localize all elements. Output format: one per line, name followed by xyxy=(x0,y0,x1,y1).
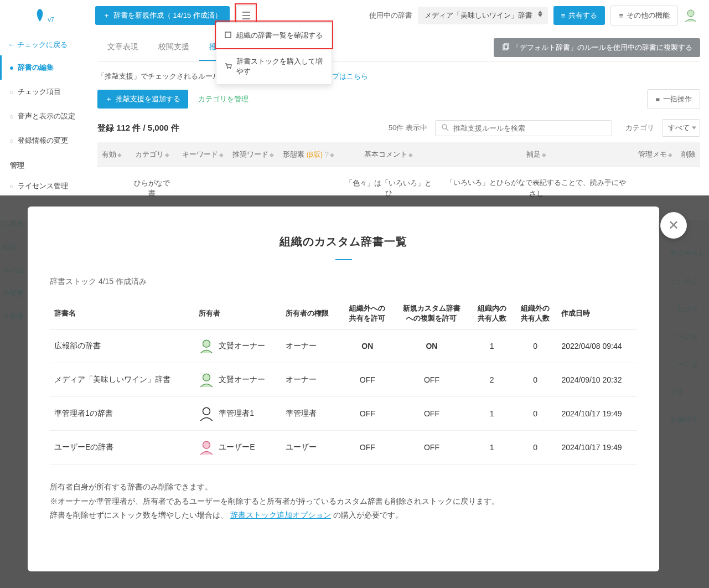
copy-default-rules-label: 「デフォルト辞書」のルールを使用中の辞書に複製する xyxy=(513,43,692,53)
copy-icon xyxy=(501,43,509,53)
svg-point-2 xyxy=(230,68,231,69)
create-dict-button[interactable]: ＋ 辞書を新規作成（ 14/15 作成済） xyxy=(95,6,230,25)
modal-backdrop: に戻る項目 示の設の変更ス管理 すべ手にやさしと」のよ 」とひら「〜にも「〜にも… xyxy=(0,195,709,220)
page-info: 50件 表示中 xyxy=(389,123,427,133)
col-comment[interactable]: 基本コメント◆ xyxy=(339,142,439,167)
svg-rect-4 xyxy=(504,44,509,49)
sort-icon: ◆ xyxy=(270,152,274,158)
sidebar-section-manage: 管理 xyxy=(0,153,89,174)
svg-point-5 xyxy=(442,125,447,129)
sort-icon: ◆ xyxy=(117,152,122,158)
sort-icon: ◆ xyxy=(668,152,672,158)
user-avatar-icon[interactable] xyxy=(684,8,698,23)
close-icon: ✕ xyxy=(668,218,679,220)
back-to-check-link[interactable]: ← チェックに戻る xyxy=(0,34,89,55)
sidebar-item-label: 辞書の編集 xyxy=(18,63,54,71)
sidebar-item-license[interactable]: ライセンス管理 xyxy=(0,174,89,198)
col-delete: 削除 xyxy=(677,142,700,167)
svg-line-6 xyxy=(446,128,448,131)
current-dict-value: メディア「美味しいワイン」辞書 xyxy=(425,11,532,19)
sort-icon: ◆ xyxy=(219,152,224,158)
tab-expression[interactable]: 文章表現 xyxy=(97,34,148,61)
create-dict-label: 辞書を新規作成（ 14/15 作成済） xyxy=(113,11,222,20)
add-rule-button[interactable]: ＋ 推敲支援を追加する xyxy=(97,90,188,109)
col-keyword[interactable]: キーワード◆ xyxy=(178,142,228,167)
sidebar-item-label: ライセンス管理 xyxy=(18,182,68,190)
share-button[interactable]: ≡ 共有する xyxy=(553,6,606,25)
sidebar: ← チェックに戻る 辞書の編集 チェック項目 音声と表示の設定 登録情報の変更 … xyxy=(0,31,89,220)
cart-icon xyxy=(224,62,232,71)
hamburger-dropdown: 組織の辞書一覧を確認する 辞書ストックを購入して増やす xyxy=(216,22,332,85)
bulk-action-button[interactable]: ≡ 一括操作 xyxy=(647,89,700,109)
svg-rect-3 xyxy=(503,45,508,50)
manage-category-link[interactable]: カテゴリを管理 xyxy=(198,94,249,104)
logo: v7 xyxy=(0,8,89,23)
sort-icon: ◆ xyxy=(408,152,413,158)
col-category[interactable]: カテゴリ◆ xyxy=(126,142,178,167)
sort-icon: ◆ xyxy=(330,152,334,158)
current-dict-select[interactable]: メディア「美味しいワイン」辞書 xyxy=(418,7,548,24)
hamburger-icon: ≡ xyxy=(619,12,623,20)
col-supplement[interactable]: 補足◆ xyxy=(439,142,634,167)
add-rule-label: 推敲支援を追加する xyxy=(116,94,180,104)
category-filter-label: カテゴリ xyxy=(625,123,654,133)
col-morpheme[interactable]: 形態素 (β版) ?◆ xyxy=(278,142,339,167)
question-icon: ? xyxy=(325,150,329,158)
sidebar-item-registration[interactable]: 登録情報の変更 xyxy=(0,128,89,153)
background-blur-sidebar: に戻る項目 示の設の変更ス管理 xyxy=(0,207,26,220)
arrow-left-icon: ← xyxy=(8,40,15,49)
hamburger-icon: ≡ xyxy=(561,12,566,20)
col-enabled[interactable]: 有効◆ xyxy=(97,142,126,167)
sidebar-item-check-items[interactable]: チェック項目 xyxy=(0,80,89,104)
copy-default-rules-button[interactable]: 「デフォルト辞書」のルールを使用中の辞書に複製する xyxy=(494,38,700,57)
leaf-icon xyxy=(34,8,45,23)
current-dict-label: 使用中の辞書 xyxy=(369,11,412,20)
svg-point-0 xyxy=(687,10,694,17)
svg-point-1 xyxy=(227,68,228,69)
search-icon xyxy=(441,123,449,133)
org-dict-modal: 組織のカスタム辞書一覧 辞書ストック 4/15 作成済み 辞書名 所有者 所有者… xyxy=(28,207,659,220)
sidebar-item-label: チェック項目 xyxy=(18,87,61,96)
sidebar-item-edit-dict[interactable]: 辞書の編集 xyxy=(0,55,89,80)
sort-icon: ◆ xyxy=(542,152,546,158)
col-recommended[interactable]: 推奨ワード◆ xyxy=(228,142,278,167)
highlight-box-2 xyxy=(215,20,333,49)
tab-proofreading[interactable]: 校閲支援 xyxy=(148,34,199,61)
sort-icon: ◆ xyxy=(165,152,169,158)
hamburger-icon: ≡ xyxy=(655,95,660,104)
sidebar-item-label: 登録情報の変更 xyxy=(18,136,68,145)
search-box[interactable] xyxy=(435,120,612,136)
search-input[interactable] xyxy=(453,124,606,132)
other-features-label: その他の機能 xyxy=(627,11,670,20)
bulk-action-label: 一括操作 xyxy=(663,94,692,104)
dropdown-item-buy-stock[interactable]: 辞書ストックを購入して増やす xyxy=(216,49,332,84)
category-filter-value: すべて xyxy=(668,123,690,132)
category-filter-select[interactable]: すべて xyxy=(662,119,700,137)
sidebar-item-audio-display[interactable]: 音声と表示の設定 xyxy=(0,104,89,128)
share-button-label: 共有する xyxy=(568,11,597,20)
other-features-button[interactable]: ≡ その他の機能 xyxy=(610,6,678,25)
col-memo[interactable]: 管理メモ◆ xyxy=(634,142,677,167)
dropdown-item-label: 辞書ストックを購入して増やす xyxy=(236,56,324,76)
back-link-label: チェックに戻る xyxy=(17,40,68,49)
plus-icon: ＋ xyxy=(103,11,110,20)
version-label: v7 xyxy=(48,16,54,23)
sidebar-item-label: 音声と表示の設定 xyxy=(18,112,75,120)
plus-icon: ＋ xyxy=(105,94,112,104)
count-text: 登録 112 件 / 5,000 件 xyxy=(97,123,179,133)
dropdown-item-org-dicts[interactable]: 組織の辞書一覧を確認する xyxy=(216,23,332,49)
